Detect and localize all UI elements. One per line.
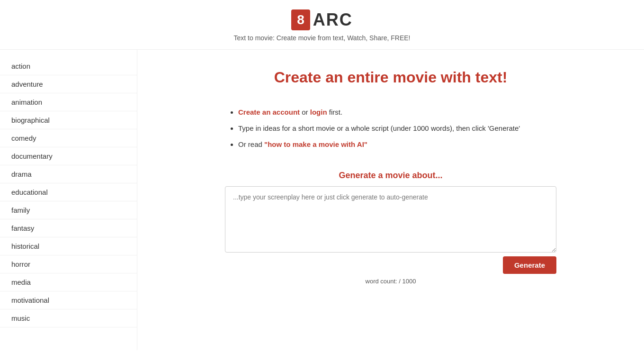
sidebar-item-family[interactable]: family bbox=[0, 201, 137, 219]
screenplay-textarea[interactable] bbox=[225, 186, 556, 253]
sidebar-item-media[interactable]: media bbox=[0, 273, 137, 291]
how-to-link[interactable]: "how to make a movie with AI" bbox=[264, 140, 367, 148]
sidebar-item-biographical[interactable]: biographical bbox=[0, 111, 137, 129]
bullet-account-middle: or bbox=[302, 108, 310, 116]
bullet-account: Create an account or login first. bbox=[238, 105, 556, 119]
logo: 8 ARC bbox=[291, 9, 353, 30]
sidebar-item-historical[interactable]: historical bbox=[0, 237, 137, 255]
sidebar: actionadventureanimationbiographicalcome… bbox=[0, 50, 137, 350]
sidebar-item-horror[interactable]: horror bbox=[0, 255, 137, 273]
bullet-read: Or read "how to make a movie with AI" bbox=[238, 137, 556, 152]
word-count: word count: / 1000 bbox=[225, 278, 556, 285]
textarea-bottom-bar: Generate bbox=[225, 256, 556, 274]
logo-name: ARC bbox=[310, 10, 353, 30]
create-account-link[interactable]: Create an account bbox=[238, 108, 300, 116]
logo-number: 8 bbox=[291, 9, 310, 30]
sidebar-item-action[interactable]: action bbox=[0, 57, 137, 75]
sidebar-item-educational[interactable]: educational bbox=[0, 183, 137, 201]
sidebar-item-adventure[interactable]: adventure bbox=[0, 75, 137, 93]
page-title: Create an entire movie with text! bbox=[274, 69, 508, 86]
sidebar-item-comedy[interactable]: comedy bbox=[0, 129, 137, 147]
generate-button[interactable]: Generate bbox=[503, 256, 556, 274]
instructions-section: Create an account or login first. Type i… bbox=[225, 105, 556, 154]
app-header: 8 ARC Text to movie: Create movie from t… bbox=[0, 0, 644, 50]
main-content: Create an entire movie with text! Create… bbox=[137, 50, 644, 350]
bullet-script-text: Type in ideas for a short movie or a who… bbox=[238, 124, 520, 132]
sidebar-item-fantasy[interactable]: fantasy bbox=[0, 219, 137, 237]
generate-label: Generate a movie about... bbox=[339, 171, 442, 181]
sidebar-item-documentary[interactable]: documentary bbox=[0, 147, 137, 165]
bullet-account-suffix: first. bbox=[329, 108, 342, 116]
login-link[interactable]: login bbox=[310, 108, 327, 116]
sidebar-item-drama[interactable]: drama bbox=[0, 165, 137, 183]
textarea-container: Generate word count: / 1000 bbox=[225, 186, 556, 285]
sidebar-item-motivational[interactable]: motivational bbox=[0, 291, 137, 309]
bullet-script: Type in ideas for a short movie or a who… bbox=[238, 121, 556, 136]
tagline: Text to movie: Create movie from text, W… bbox=[234, 34, 411, 42]
bullet-read-prefix: Or read bbox=[238, 140, 264, 148]
sidebar-item-music[interactable]: music bbox=[0, 309, 137, 327]
page-layout: actionadventureanimationbiographicalcome… bbox=[0, 50, 644, 350]
sidebar-item-animation[interactable]: animation bbox=[0, 93, 137, 111]
instructions-list: Create an account or login first. Type i… bbox=[225, 105, 556, 152]
